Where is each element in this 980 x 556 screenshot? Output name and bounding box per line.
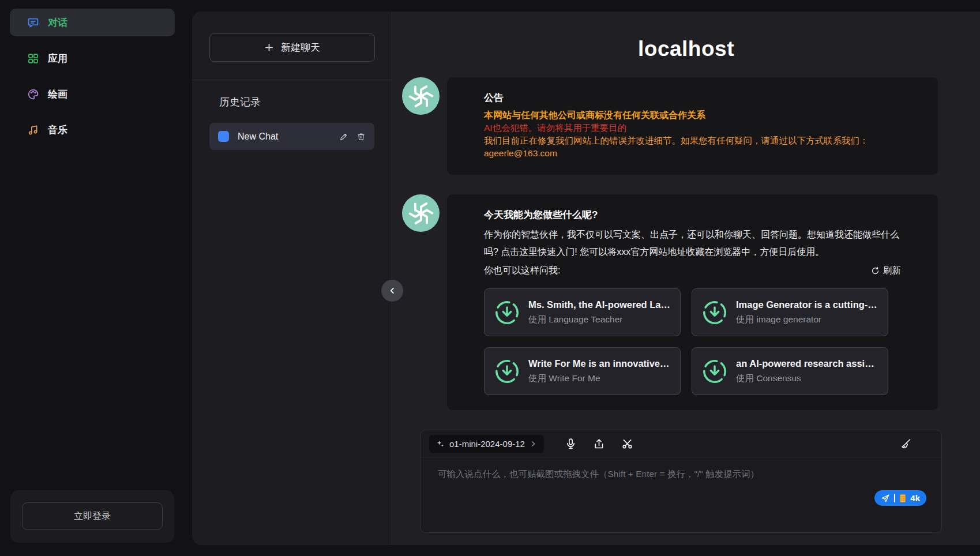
message-welcome: 今天我能为您做些什么呢? 作为你的智慧伙伴，我不仅可以写文案、出点子，还可以和你… xyxy=(402,194,980,410)
chevron-right-icon xyxy=(530,440,537,448)
suggestion-card[interactable]: an AI-powered research assista... 使用 Con… xyxy=(692,347,888,395)
openai-logo-icon xyxy=(408,83,434,110)
send-token-badge[interactable]: 4k xyxy=(874,490,926,506)
clear-context-button[interactable] xyxy=(900,438,912,450)
paper-plane-icon xyxy=(881,494,890,503)
plus-icon xyxy=(264,43,274,52)
upload-icon xyxy=(593,438,605,450)
composer-toolbar: o1-mini-2024-09-12 xyxy=(420,430,941,457)
sidebar-item-label: 绘画 xyxy=(48,88,67,101)
download-circle-icon xyxy=(494,358,520,385)
sidebar: 对话 应用 绘画 音乐 立即登录 xyxy=(0,0,185,556)
model-name: o1-mini-2024-09-12 xyxy=(449,439,525,449)
chat-area: localhost xyxy=(392,12,980,545)
message-announcement: 公告 本网站与任何其他公司或商标没有任何关联或合作关系 AI也会犯错。请勿将其用… xyxy=(402,77,980,175)
ask-hint: 你也可以这样问我: xyxy=(484,262,560,279)
page-title: localhost xyxy=(392,37,980,61)
new-chat-button[interactable]: 新建聊天 xyxy=(209,33,375,62)
refresh-button[interactable]: 刷新 xyxy=(871,265,901,277)
suggestion-card[interactable]: Ms. Smith, the AI-powered Lan... 使用 Lang… xyxy=(484,288,681,336)
delete-icon[interactable] xyxy=(356,132,366,141)
welcome-title: 今天我能为您做些什么呢? xyxy=(484,208,901,221)
upload-button[interactable] xyxy=(593,438,605,450)
suggestion-title: Image Generator is a cutting-e... xyxy=(736,299,878,310)
apps-grid-icon xyxy=(27,52,39,65)
composer: o1-mini-2024-09-12 xyxy=(420,430,942,533)
voice-input-button[interactable] xyxy=(565,438,577,450)
chat-bubble-icon xyxy=(27,17,39,29)
suggestion-texts: Write For Me is an innovative A... 使用 Wr… xyxy=(528,358,671,385)
sidebar-item-chat[interactable]: 对话 xyxy=(10,9,175,36)
chat-square-icon xyxy=(218,131,229,142)
new-chat-label: 新建聊天 xyxy=(281,41,320,54)
music-note-icon xyxy=(27,124,39,136)
suggestion-title: Write For Me is an innovative A... xyxy=(528,358,671,369)
welcome-bubble: 今天我能为您做些什么呢? 作为你的智慧伙伴，我不仅可以写文案、出点子，还可以和你… xyxy=(447,194,938,410)
refresh-icon xyxy=(871,266,880,275)
token-count: 4k xyxy=(910,493,920,503)
chat-list-panel: 新建聊天 历史记录 New Chat xyxy=(192,12,392,545)
suggestion-texts: Ms. Smith, the AI-powered Lan... 使用 Lang… xyxy=(528,299,671,326)
main-shell: 新建聊天 历史记录 New Chat localhost xyxy=(192,12,980,545)
suggestion-title: Ms. Smith, the AI-powered Lan... xyxy=(528,299,671,310)
suggestion-title: an AI-powered research assista... xyxy=(736,358,878,369)
sidebar-item-label: 音乐 xyxy=(48,123,67,137)
suggestion-card[interactable]: Write For Me is an innovative A... 使用 Wr… xyxy=(484,347,681,395)
chat-history-item[interactable]: New Chat xyxy=(209,123,374,150)
sidebar-item-apps[interactable]: 应用 xyxy=(10,44,175,72)
message-list: 公告 本网站与任何其他公司或商标没有任何关联或合作关系 AI也会犯错。请勿将其用… xyxy=(392,61,980,430)
login-card: 立即登录 xyxy=(10,490,174,543)
model-selector[interactable]: o1-mini-2024-09-12 xyxy=(429,435,544,453)
announcement-line: AI也会犯错。请勿将其用于重要目的 xyxy=(484,122,901,134)
announcement-bubble: 公告 本网站与任何其他公司或商标没有任何关联或合作关系 AI也会犯错。请勿将其用… xyxy=(447,77,938,175)
suggestion-subtitle: 使用 Consensus xyxy=(736,373,878,385)
suggestion-subtitle: 使用 Language Teacher xyxy=(528,314,671,326)
message-input[interactable] xyxy=(420,457,941,532)
suggestion-grid: Ms. Smith, the AI-powered Lan... 使用 Lang… xyxy=(484,288,901,395)
history-title: 历史记录 xyxy=(219,95,392,109)
welcome-body: 作为你的智慧伙伴，我不仅可以写文案、出点子，还可以和你聊天、回答问题。想知道我还… xyxy=(484,226,901,261)
download-circle-icon xyxy=(494,299,520,326)
palette-icon xyxy=(27,88,39,100)
download-circle-icon xyxy=(701,299,728,326)
announcement-line: 本网站与任何其他公司或商标没有任何关联或合作关系 xyxy=(484,109,901,122)
broom-icon xyxy=(900,438,912,450)
sparkles-icon xyxy=(436,439,445,448)
chat-item-title: New Chat xyxy=(238,132,331,142)
suggestion-texts: an AI-powered research assista... 使用 Con… xyxy=(736,358,878,385)
announcement-title: 公告 xyxy=(484,91,901,104)
list-divider xyxy=(192,80,392,80)
login-button[interactable]: 立即登录 xyxy=(22,502,163,530)
sidebar-item-music[interactable]: 音乐 xyxy=(10,116,175,144)
suggestion-texts: Image Generator is a cutting-e... 使用 ima… xyxy=(736,299,878,326)
sidebar-collapse-button[interactable] xyxy=(381,280,403,302)
announcement-line: 我们目前正在修复我们网站上的错误并改进细节。如果您有任何疑问，请通过以下方式联系… xyxy=(484,134,901,147)
suggestion-card[interactable]: Image Generator is a cutting-e... 使用 ima… xyxy=(692,288,888,336)
hint-row: 你也可以这样问我: 刷新 xyxy=(484,262,901,279)
suggestion-subtitle: 使用 Write For Me xyxy=(528,373,671,385)
assistant-avatar xyxy=(402,77,440,115)
edit-icon[interactable] xyxy=(339,132,348,141)
chevron-left-icon xyxy=(387,285,397,296)
refresh-label: 刷新 xyxy=(883,265,901,277)
assistant-avatar xyxy=(402,194,440,232)
download-circle-icon xyxy=(701,358,728,385)
sidebar-item-label: 对话 xyxy=(48,16,67,29)
microphone-icon xyxy=(565,438,577,450)
sidebar-item-label: 应用 xyxy=(48,52,67,65)
sidebar-item-drawing[interactable]: 绘画 xyxy=(10,80,175,108)
badge-divider xyxy=(894,494,895,502)
scissors-icon xyxy=(621,438,633,450)
announcement-email: ageerle@163.com xyxy=(484,147,901,160)
openai-logo-icon xyxy=(408,200,434,227)
suggestion-subtitle: 使用 image generator xyxy=(736,314,878,326)
cut-button[interactable] xyxy=(621,438,633,450)
coin-icon xyxy=(899,494,906,503)
